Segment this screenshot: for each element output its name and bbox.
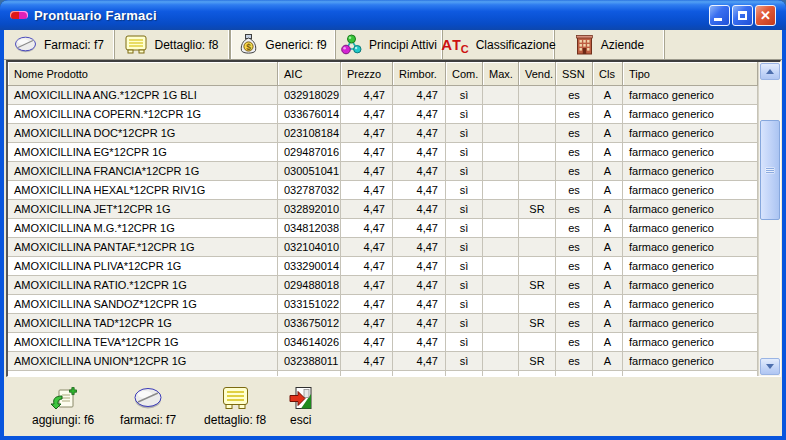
cell-aic[interactable]: 029488018 <box>278 276 341 295</box>
column-header-ssn[interactable]: SSN <box>556 62 593 86</box>
cell-ssn[interactable]: es <box>556 219 593 238</box>
cell-com[interactable]: sì <box>446 257 483 276</box>
cell-vend[interactable]: SR <box>519 352 556 371</box>
cell-prezzo[interactable]: 4,47 <box>341 143 393 162</box>
cell-vend[interactable]: SR <box>519 200 556 219</box>
cell-cls[interactable]: A <box>593 143 623 162</box>
cell-vend[interactable] <box>519 257 556 276</box>
cell-com[interactable]: sì <box>446 124 483 143</box>
cell-cls[interactable]: A <box>593 219 623 238</box>
column-header-rimbor[interactable]: Rimbor. <box>393 62 446 86</box>
cell-name[interactable]: AMOXICILLINA DOC*12CPR 1G <box>8 124 278 143</box>
aggiungi-button[interactable]: aggiungi: f6 <box>26 383 100 429</box>
cell-tipo[interactable]: farmaco generico <box>623 124 758 143</box>
close-button[interactable]: ✕ <box>755 5 776 26</box>
cell-rimbor[interactable]: 4,47 <box>393 124 446 143</box>
minimize-button[interactable] <box>709 5 730 26</box>
table-row[interactable]: AMOXICILLINA PLIVA*12CPR 1G0332900144,47… <box>8 257 758 276</box>
cell-com[interactable]: sì <box>446 86 483 105</box>
cell-max[interactable] <box>483 143 519 162</box>
cell-tipo[interactable]: farmaco generico <box>623 162 758 181</box>
cell-com[interactable]: sì <box>446 276 483 295</box>
table-row[interactable]: AMOXICILLINA DOC*12CPR 1G0231081844,474,… <box>8 124 758 143</box>
cell-tipo[interactable]: farmaco generico <box>623 219 758 238</box>
cell-name[interactable]: AMOXICILLINA HEXAL*12CPR RIV1G <box>8 181 278 200</box>
cell-rimbor[interactable]: 4,47 <box>393 314 446 333</box>
cell-name[interactable]: AMOXICILLINA TEVA*12CPR 1G <box>8 333 278 352</box>
cell-max[interactable] <box>483 314 519 333</box>
column-header-prezzo[interactable]: Prezzo <box>341 62 393 86</box>
cell-aic[interactable]: 023108184 <box>278 124 341 143</box>
cell-ssn[interactable]: es <box>556 200 593 219</box>
cell-max[interactable] <box>483 124 519 143</box>
cell-rimbor[interactable]: 4,47 <box>393 143 446 162</box>
cell-prezzo[interactable]: 4,47 <box>341 86 393 105</box>
table-row[interactable]: AMOXICILLINA UNION*12CPR 1G0323880114,47… <box>8 352 758 371</box>
cell-aic[interactable]: 030051041 <box>278 162 341 181</box>
table-row[interactable]: AMOXICILLINA M.G.*12CPR 1G0348120384,474… <box>8 219 758 238</box>
cell-ssn[interactable]: es <box>556 124 593 143</box>
cell-name[interactable]: AMOXICILLINA EG*12CPR 1G <box>8 143 278 162</box>
cell-ssn[interactable]: es <box>556 333 593 352</box>
cell-rimbor[interactable]: 4,47 <box>393 276 446 295</box>
cell-max[interactable] <box>483 86 519 105</box>
table-row[interactable]: AMOXICILLINA ANG.*12CPR 1G BLI0329180294… <box>8 86 758 105</box>
cell-vend[interactable] <box>519 295 556 314</box>
cell-tipo[interactable]: farmaco generico <box>623 86 758 105</box>
cell-com[interactable]: sì <box>446 295 483 314</box>
cell-rimbor[interactable]: 4,47 <box>393 352 446 371</box>
cell-vend[interactable] <box>519 105 556 124</box>
cell-com[interactable]: sì <box>446 333 483 352</box>
scroll-down-button[interactable] <box>760 358 780 375</box>
cell-tipo[interactable]: farmaco generico <box>623 105 758 124</box>
cell-vend[interactable] <box>519 238 556 257</box>
title-bar[interactable]: Prontuario Farmaci ✕ <box>0 0 786 30</box>
cell-rimbor[interactable]: 4,47 <box>393 295 446 314</box>
cell-vend[interactable] <box>519 219 556 238</box>
cell-name[interactable]: AMOXICILLINA ANG.*12CPR 1G BLI <box>8 86 278 105</box>
cell-vend[interactable] <box>519 124 556 143</box>
cell-tipo[interactable]: farmaco generico <box>623 257 758 276</box>
cell-max[interactable] <box>483 238 519 257</box>
cell-cls[interactable]: A <box>593 352 623 371</box>
cell-ssn[interactable]: es <box>556 105 593 124</box>
column-header-aic[interactable]: AIC <box>278 62 341 86</box>
cell-prezzo[interactable]: 4,47 <box>341 162 393 181</box>
cell-aic[interactable]: 032787032 <box>278 181 341 200</box>
cell-prezzo[interactable]: 4,47 <box>341 124 393 143</box>
cell-cls[interactable]: A <box>593 162 623 181</box>
cell-max[interactable] <box>483 219 519 238</box>
cell-ssn[interactable]: es <box>556 295 593 314</box>
cell-rimbor[interactable]: 4,47 <box>393 200 446 219</box>
cell-rimbor[interactable]: 4,47 <box>393 257 446 276</box>
cell-com[interactable]: sì <box>446 352 483 371</box>
column-header-max[interactable]: Max. <box>483 62 519 86</box>
cell-aic[interactable]: 032388011 <box>278 352 341 371</box>
cell-prezzo[interactable]: 4,47 <box>341 219 393 238</box>
cell-max[interactable] <box>483 276 519 295</box>
cell-cls[interactable]: A <box>593 314 623 333</box>
cell-max[interactable] <box>483 162 519 181</box>
cell-prezzo[interactable]: 4,47 <box>341 276 393 295</box>
cell-ssn[interactable]: es <box>556 162 593 181</box>
table-row[interactable]: AMOXICILLINA EG*12CPR 1G0294870164,474,4… <box>8 143 758 162</box>
cell-aic[interactable]: 033676014 <box>278 105 341 124</box>
cell-rimbor[interactable]: 4,47 <box>393 181 446 200</box>
cell-max[interactable] <box>483 352 519 371</box>
column-header-nome-prodotto[interactable]: Nome Prodotto <box>8 62 278 86</box>
cell-tipo[interactable]: farmaco generico <box>623 200 758 219</box>
cell-rimbor[interactable]: 4,47 <box>393 105 446 124</box>
cell-ssn[interactable]: es <box>556 276 593 295</box>
cell-name[interactable]: AMOXICILLINA FRANCIA*12CPR 1G <box>8 162 278 181</box>
cell-rimbor[interactable]: 4,47 <box>393 162 446 181</box>
cell-tipo[interactable]: farmaco generico <box>623 181 758 200</box>
cell-rimbor[interactable]: 4,47 <box>393 86 446 105</box>
cell-cls[interactable]: A <box>593 200 623 219</box>
column-header-vend[interactable]: Vend. <box>519 62 556 86</box>
cell-name[interactable]: AMOXICILLINA PANTAF.*12CPR 1G <box>8 238 278 257</box>
cell-prezzo[interactable]: 4,47 <box>341 333 393 352</box>
cell-vend[interactable] <box>519 181 556 200</box>
cell-cls[interactable]: A <box>593 181 623 200</box>
cell-cls[interactable]: A <box>593 257 623 276</box>
tab-generici[interactable]: $ Generici: f9 <box>230 30 336 59</box>
